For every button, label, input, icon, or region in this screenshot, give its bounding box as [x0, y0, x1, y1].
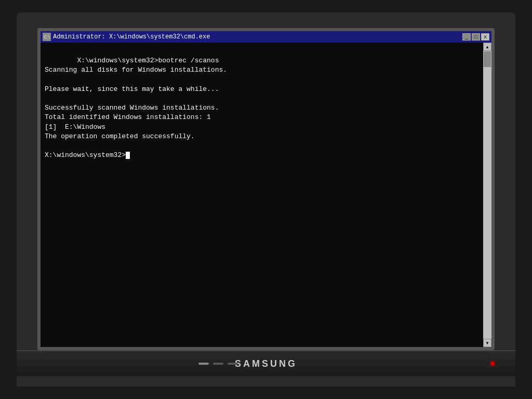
screen-bezel: C:\ Administrator: X:\windows\system32\c… — [37, 28, 495, 350]
terminal-line-9: The operation completed successfully. — [45, 132, 195, 140]
indicator-1 — [198, 363, 209, 365]
terminal-prompt: X:\windows\system32> — [45, 151, 126, 159]
window-title: Administrator: X:\windows\system32\cmd.e… — [53, 33, 210, 41]
close-button[interactable]: X — [481, 33, 489, 41]
terminal-line-8: [1] E:\Windows — [45, 123, 105, 131]
terminal-line-7: Total identified Windows installations: … — [45, 113, 211, 121]
restore-button[interactable]: □ — [472, 33, 480, 41]
laptop-body: C:\ Administrator: X:\windows\system32\c… — [17, 12, 515, 387]
samsung-brand: SAMSUNG — [235, 358, 297, 369]
terminal-line-4: Please wait, since this may take a while… — [45, 85, 219, 93]
cmd-window: C:\ Administrator: X:\windows\system32\c… — [41, 31, 491, 347]
terminal-content[interactable]: X:\windows\system32>bootrec /scanos Scan… — [41, 43, 491, 347]
scroll-up-arrow[interactable]: ▲ — [483, 43, 491, 51]
indicator-2 — [213, 363, 223, 365]
title-bar-left: C:\ Administrator: X:\windows\system32\c… — [43, 33, 210, 41]
power-light — [490, 362, 495, 366]
scrollbar-thumb[interactable] — [484, 51, 491, 67]
indicator-lights — [198, 363, 238, 365]
samsung-bar: SAMSUNG — [17, 350, 515, 376]
scrollbar[interactable]: ▲ ▼ — [483, 43, 491, 347]
title-bar-buttons: _ □ X — [462, 33, 489, 41]
terminal-line-2: Scanning all disks for Windows installat… — [45, 66, 227, 74]
scroll-down-arrow[interactable]: ▼ — [483, 339, 491, 347]
terminal-line-1: X:\windows\system32>bootrec /scanos — [77, 57, 219, 64]
cmd-icon: C:\ — [43, 33, 51, 41]
cursor-blink — [126, 152, 130, 159]
title-bar: C:\ Administrator: X:\windows\system32\c… — [41, 31, 491, 43]
terminal-line-6: Successfully scanned Windows installatio… — [45, 104, 219, 112]
indicator-3 — [228, 363, 238, 365]
minimize-button[interactable]: _ — [462, 33, 471, 41]
